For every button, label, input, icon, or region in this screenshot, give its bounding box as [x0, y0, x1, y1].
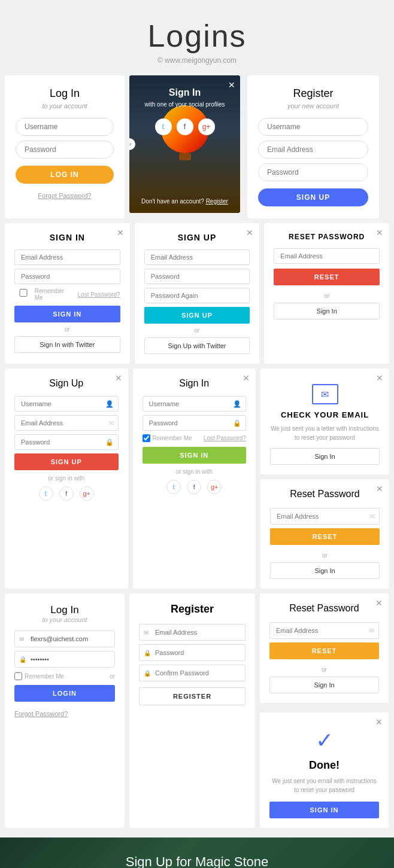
- close-icon[interactable]: ✕: [375, 598, 383, 608]
- remember-checkbox[interactable]: [14, 289, 32, 297]
- signin-button[interactable]: SIGN IN: [14, 306, 120, 322]
- signin-mid-button[interactable]: SIGN IN: [143, 447, 247, 464]
- reset-yellow-button2[interactable]: RESET: [269, 642, 379, 659]
- twitter-icon-circle[interactable]: 𝕥: [155, 118, 172, 135]
- user-icon: 👤: [105, 400, 114, 408]
- google-icon-circle[interactable]: g+: [198, 118, 215, 135]
- right-col-stack: ✕ ✉ CHECK YOUR EMAIL We just sent you a …: [260, 368, 389, 589]
- signin-small-card: ✕ SIGN IN Remember Me Lost Password? SIG…: [5, 223, 130, 364]
- signin-twitter-button[interactable]: Sign In with Twitter: [14, 336, 120, 353]
- google-small-icon2[interactable]: g+: [207, 480, 222, 494]
- reset-row3-card: ✕ Reset Password ✉ RESET or Sign In: [260, 479, 389, 589]
- close-icon[interactable]: ✕: [246, 228, 253, 237]
- signup-icons-button[interactable]: SIGN UP: [14, 453, 119, 470]
- forgot-link2[interactable]: Forgot Password?: [14, 710, 115, 717]
- or-text2: or: [270, 552, 380, 559]
- register-row4-button[interactable]: REGISTER: [139, 687, 246, 705]
- close-icon[interactable]: ✕: [376, 373, 383, 383]
- reg-confirm-input[interactable]: [139, 665, 246, 681]
- forgot-password-link[interactable]: Forgot Password?: [38, 192, 91, 199]
- main-container: Log In to your account LOG IN Forgot Pas…: [0, 71, 394, 868]
- signin-mid-card: ✕ Sign In 👤 🔒 Remember Me Lost Password?…: [133, 368, 256, 589]
- row1: Log In to your account LOG IN Forgot Pas…: [0, 75, 394, 218]
- signup-password-input2[interactable]: [14, 434, 119, 450]
- remember-checkbox3[interactable]: [14, 672, 22, 680]
- lost-password-link2[interactable]: Lost Password?: [204, 435, 246, 441]
- signup-email-input2[interactable]: [14, 415, 119, 431]
- signin-mid-title: Sign In: [143, 378, 247, 389]
- google-small-icon[interactable]: g+: [80, 486, 94, 501]
- login-row4-title: Log In: [14, 604, 115, 616]
- lock-icon3: 🔒: [144, 670, 151, 677]
- lost-password-link[interactable]: Lost Password?: [78, 291, 120, 298]
- login-password[interactable]: [16, 141, 114, 159]
- close-icon[interactable]: ✕: [115, 373, 122, 383]
- remember-checkbox2[interactable]: [143, 434, 150, 442]
- login-email-input[interactable]: [14, 631, 115, 647]
- login-username[interactable]: [16, 118, 114, 136]
- close-icon[interactable]: ✕: [228, 80, 235, 90]
- reset-yellow-button[interactable]: RESET: [270, 528, 380, 545]
- reset-email-input2[interactable]: [270, 508, 380, 525]
- no-account-text: Don't have an account?: [141, 198, 204, 205]
- signup-mid-button[interactable]: SIGN UP: [144, 307, 250, 324]
- signup-password-input[interactable]: [144, 269, 250, 284]
- reset-signin-button2[interactable]: Sign In: [270, 562, 380, 579]
- magic-stone-banner: Sign Up for Magic Stone Sign Up Trusted …: [0, 837, 394, 868]
- login-row4-button[interactable]: LOGIN: [14, 685, 115, 702]
- check-email-signin-button[interactable]: Sign In: [270, 448, 380, 465]
- login-title: Log In: [50, 87, 80, 100]
- register-row4-card: Register ✉ 🔒 🔒 REGISTER: [129, 593, 255, 828]
- close-icon[interactable]: ✕: [117, 228, 124, 237]
- signup-username-input[interactable]: [14, 396, 119, 412]
- register-email[interactable]: [258, 141, 368, 159]
- signup-icons-title: Sign Up: [14, 378, 119, 389]
- login-password-input[interactable]: [14, 651, 115, 668]
- reg-password-input[interactable]: [139, 644, 246, 661]
- email-icon3: ✉: [144, 629, 148, 636]
- facebook-small-icon[interactable]: f: [59, 486, 74, 501]
- close-icon[interactable]: ✕: [376, 484, 383, 494]
- password-field-row4: 🔒: [14, 651, 115, 668]
- email-icon2: ✉: [369, 513, 375, 520]
- register-username[interactable]: [258, 118, 368, 136]
- checkmark-icon: ✓: [269, 728, 379, 753]
- signin-email-input[interactable]: [14, 249, 120, 265]
- register-link[interactable]: Register: [206, 198, 228, 205]
- signin-password-input2[interactable]: [143, 415, 247, 431]
- page-subtitle: © www.meigongyun.com: [0, 56, 394, 65]
- done-signin-button[interactable]: SIGN IN: [269, 802, 379, 818]
- password-field2: 🔒: [143, 415, 247, 431]
- signup-password-again-input[interactable]: [144, 288, 250, 303]
- reg-email-input[interactable]: [139, 624, 246, 641]
- reg-password-field: 🔒: [139, 644, 246, 661]
- reset-email-input[interactable]: [274, 248, 380, 264]
- social-card-content: Sign In with one of your social profiles…: [129, 75, 240, 183]
- signup-email-input[interactable]: [144, 249, 250, 265]
- reset-signin-button3[interactable]: Sign In: [269, 677, 379, 693]
- remember-text: Remember Me: [35, 288, 64, 301]
- reset-signin-button[interactable]: Sign In: [274, 303, 380, 319]
- reset-row4-card: ✕ Reset Password ✉ RESET or Sign In: [260, 593, 389, 703]
- reset-button[interactable]: RESET: [274, 269, 380, 285]
- signin-password-input[interactable]: [14, 269, 120, 284]
- register-card: Register your new account SIGN UP: [247, 75, 379, 218]
- register-password[interactable]: [258, 163, 368, 181]
- register-button[interactable]: SIGN UP: [258, 188, 368, 206]
- register-title: Register: [293, 87, 333, 100]
- remember-row2: Remember Me Lost Password?: [143, 434, 247, 442]
- twitter-small-icon[interactable]: 𝕥: [39, 486, 53, 501]
- signup-twitter-button[interactable]: Sign Up with Twitter: [144, 337, 250, 354]
- close-icon[interactable]: ✕: [375, 717, 383, 727]
- facebook-small-icon2[interactable]: f: [187, 480, 201, 494]
- facebook-icon-circle[interactable]: f: [177, 118, 193, 135]
- close-icon[interactable]: ✕: [376, 228, 383, 237]
- login-button[interactable]: LOG IN: [16, 166, 114, 184]
- signin-username-input[interactable]: [143, 396, 247, 412]
- username-field: 👤: [14, 396, 119, 412]
- check-email-title: CHECK YOUR EMAIL: [270, 410, 380, 419]
- reset-email-input3[interactable]: [269, 622, 379, 639]
- or-text: or: [274, 293, 380, 299]
- twitter-small-icon2[interactable]: 𝕥: [166, 480, 181, 494]
- close-icon[interactable]: ✕: [243, 373, 250, 383]
